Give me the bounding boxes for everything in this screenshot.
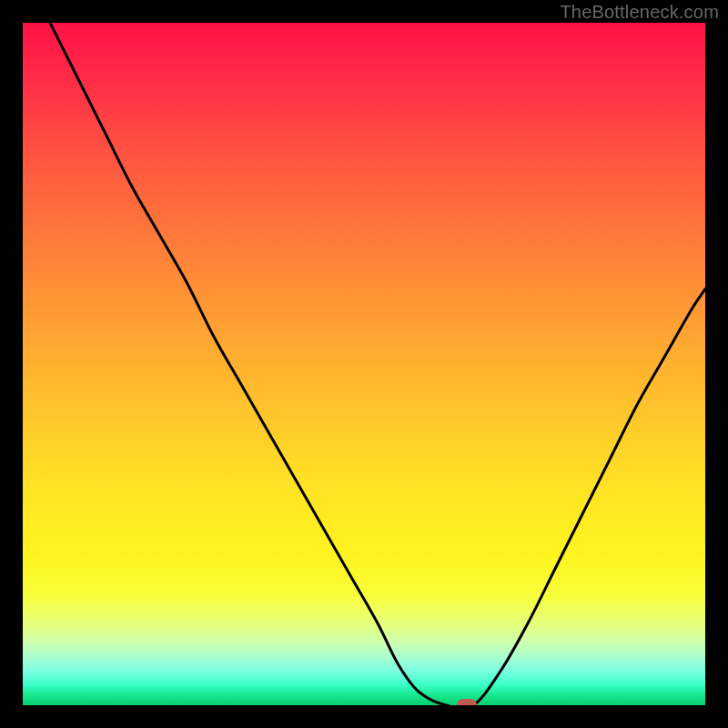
curve-layer	[23, 23, 705, 705]
chart-container: TheBottleneck.com	[0, 0, 728, 728]
plot-area	[23, 23, 705, 705]
bottleneck-curve	[50, 23, 705, 705]
watermark-text: TheBottleneck.com	[560, 2, 719, 23]
optimum-marker	[457, 699, 477, 705]
